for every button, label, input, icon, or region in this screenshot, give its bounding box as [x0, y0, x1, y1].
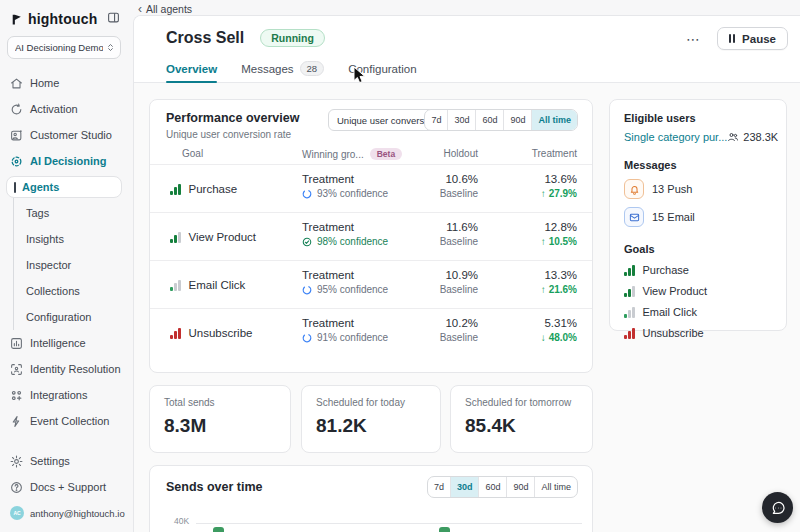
- messages-count-badge: 28: [300, 61, 325, 76]
- breadcrumb-all-agents[interactable]: ‹ All agents: [138, 3, 192, 15]
- chat-launcher-button[interactable]: [762, 492, 793, 523]
- pause-icon: [729, 34, 735, 43]
- email-chip: [624, 207, 644, 227]
- sidebar: hightouch AI Decisioning Demo - ... Home…: [0, 0, 128, 532]
- brand-name: hightouch: [28, 11, 97, 27]
- audience-count: 238.3K: [743, 131, 778, 143]
- push-chip: [624, 179, 644, 199]
- goal-bars-icon: [624, 265, 635, 276]
- confidence-pending-icon: [302, 285, 312, 295]
- range-all-time-button[interactable]: All time: [534, 477, 577, 497]
- gear-icon: [10, 455, 23, 468]
- sidebar-item-intelligence[interactable]: Intelligence: [0, 330, 128, 356]
- sidebar-item-account[interactable]: AC anthony@hightouch.io: [0, 500, 128, 526]
- performance-subtitle: Unique user conversion rate: [166, 129, 291, 140]
- sidebar-item-collections[interactable]: Collections: [0, 278, 128, 304]
- sidebar-item-ai-decisioning[interactable]: AI Decisioning: [0, 148, 128, 174]
- sidebar-item-tags[interactable]: Tags: [0, 200, 128, 226]
- stat-value: 8.3M: [164, 415, 206, 437]
- range-30d-button[interactable]: 30d: [447, 110, 475, 130]
- workspace-selector[interactable]: AI Decisioning Demo - ...: [7, 36, 121, 59]
- range-7d-button[interactable]: 7d: [428, 477, 450, 497]
- eligible-users-heading: Eligible users: [624, 112, 772, 124]
- sidebar-item-settings[interactable]: Settings: [0, 448, 128, 474]
- table-row-unsubscribe[interactable]: Unsubscribe Treatment 91% confidence 10.…: [150, 308, 592, 356]
- users-icon: [727, 131, 739, 143]
- sends-range-selector: 7d 30d 60d 90d All time: [427, 476, 578, 498]
- scheduled-tomorrow-card: Scheduled for tomorrow 85.4K: [450, 385, 593, 453]
- stat-value: 81.2K: [316, 415, 367, 437]
- range-all-time-button[interactable]: All time: [531, 110, 577, 130]
- sends-over-time-card: Sends over time 7d 30d 60d 90d All time …: [149, 465, 593, 532]
- goal-bars-icon: [170, 328, 181, 339]
- gridline: [196, 523, 582, 524]
- home-icon: [10, 77, 23, 90]
- lift-up: ↑ 10.5%: [499, 236, 577, 247]
- range-90d-button[interactable]: 90d: [503, 110, 531, 130]
- chat-bubble-icon: [770, 500, 786, 516]
- sends-title: Sends over time: [166, 480, 263, 494]
- chevron-updown-icon: [106, 43, 115, 52]
- collapse-sidebar-icon[interactable]: [107, 11, 120, 24]
- sidebar-item-activation[interactable]: Activation: [0, 96, 128, 122]
- hightouch-logo-icon: [10, 13, 23, 26]
- customer-studio-icon: [10, 129, 23, 142]
- range-90d-button[interactable]: 90d: [506, 477, 534, 497]
- confidence-pending-icon: [302, 333, 312, 343]
- back-chevron-icon: ‹: [138, 4, 142, 14]
- overflow-menu-icon[interactable]: ⋯: [686, 31, 701, 47]
- sidebar-item-configuration[interactable]: Configuration: [0, 304, 128, 330]
- tab-configuration[interactable]: Configuration: [348, 61, 416, 82]
- performance-title: Performance overview: [166, 111, 299, 125]
- y-axis-tick: 40K: [174, 516, 189, 526]
- sidebar-item-insights[interactable]: Insights: [0, 226, 128, 252]
- sidebar-item-agents[interactable]: Agents: [6, 176, 122, 198]
- table-row-email-click[interactable]: Email Click Treatment 95% confidence 10.…: [150, 260, 592, 308]
- goal-bars-icon: [624, 286, 635, 297]
- activation-icon: [10, 103, 23, 116]
- help-icon: [10, 481, 23, 494]
- range-60d-button[interactable]: 60d: [475, 110, 503, 130]
- column-goal: Goal: [182, 148, 203, 159]
- sidebar-item-docs-support[interactable]: Docs + Support: [0, 474, 128, 500]
- stat-label: Total sends: [164, 397, 215, 408]
- status-badge: Running: [260, 29, 325, 47]
- goal-item-email-click: Email Click: [624, 306, 772, 318]
- lift-up: ↑ 27.9%: [499, 188, 577, 199]
- performance-overview-card: Performance overview Unique user convers…: [149, 99, 593, 373]
- avatar: AC: [10, 506, 24, 520]
- agent-page: Cross Sell Running ⋯ Pause Overview Mess…: [133, 15, 800, 532]
- ai-decisioning-icon: [10, 155, 23, 168]
- stat-label: Scheduled for tomorrow: [465, 397, 571, 408]
- range-60d-button[interactable]: 60d: [478, 477, 506, 497]
- goal-bars-icon: [170, 184, 181, 195]
- sidebar-item-integrations[interactable]: Integrations: [0, 382, 128, 408]
- table-row-purchase[interactable]: Purchase Treatment 93% confidence 10.6%B…: [150, 164, 592, 212]
- integrations-icon: [10, 389, 23, 402]
- sidebar-item-identity-resolution[interactable]: Identity Resolution: [0, 356, 128, 382]
- goals-heading: Goals: [624, 243, 772, 255]
- intelligence-icon: [10, 337, 23, 350]
- sidebar-item-customer-studio[interactable]: Customer Studio: [0, 122, 128, 148]
- pause-button[interactable]: Pause: [717, 27, 788, 50]
- tab-overview[interactable]: Overview: [166, 61, 217, 82]
- sidebar-item-event-collection[interactable]: Event Collection: [0, 408, 128, 434]
- range-7d-button[interactable]: 7d: [425, 110, 447, 130]
- range-30d-button[interactable]: 30d: [450, 477, 479, 497]
- confidence-pending-icon: [302, 189, 312, 199]
- goal-item-unsubscribe: Unsubscribe: [624, 327, 772, 339]
- tab-messages[interactable]: Messages 28: [241, 61, 324, 82]
- sidebar-item-inspector[interactable]: Inspector: [0, 252, 128, 278]
- confidence-check-icon: [302, 237, 312, 247]
- goal-bars-icon: [170, 280, 181, 291]
- audience-link[interactable]: Single category pur...: [624, 131, 727, 143]
- table-row-view-product[interactable]: View Product Treatment 98% confidence 11…: [150, 212, 592, 260]
- stat-label: Scheduled for today: [316, 397, 405, 408]
- goal-bars-icon: [170, 232, 181, 243]
- tab-bar: Overview Messages 28 Configuration: [134, 61, 800, 83]
- sidebar-item-home[interactable]: Home: [0, 70, 128, 96]
- overview-content: Performance overview Unique user convers…: [134, 83, 800, 532]
- identity-resolution-icon: [10, 363, 23, 376]
- email-messages-row: 15 Email: [624, 207, 772, 227]
- lift-down: ↓ 48.0%: [499, 332, 577, 343]
